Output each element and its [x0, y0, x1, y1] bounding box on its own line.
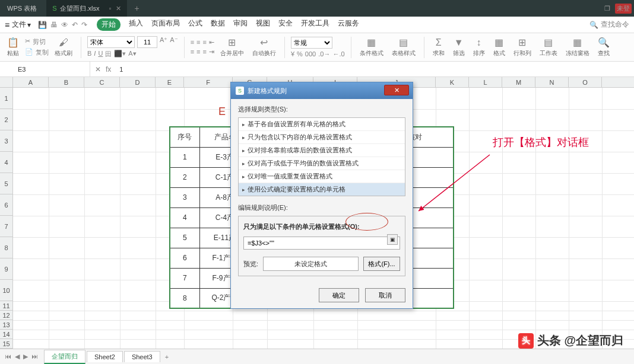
row-header[interactable]: 12: [0, 311, 13, 320]
percent-icon[interactable]: %: [297, 50, 303, 58]
sheet-nav-first-icon[interactable]: ⏮: [5, 353, 11, 360]
numfmt-select[interactable]: 常规: [291, 37, 332, 49]
undo-icon[interactable]: ↶: [72, 21, 78, 29]
fill-icon[interactable]: ⬛▾: [114, 50, 126, 59]
range-picker-button[interactable]: ▣: [387, 234, 398, 245]
cell[interactable]: 2: [170, 167, 199, 187]
row-header[interactable]: 5: [0, 173, 13, 194]
sort-group[interactable]: ↕排序: [471, 37, 487, 58]
row-header[interactable]: 8: [0, 237, 13, 258]
tab-close-icon[interactable]: ✕: [116, 5, 121, 12]
align-mid-icon[interactable]: ≡: [196, 39, 200, 46]
col-header[interactable]: L: [469, 77, 502, 87]
col-header[interactable]: E: [156, 77, 184, 87]
align-bot-icon[interactable]: ≡: [203, 39, 207, 46]
hamburger-icon[interactable]: ≡: [5, 20, 9, 30]
cell[interactable]: 5: [170, 228, 199, 248]
row-header[interactable]: 3: [0, 130, 13, 152]
outdent-icon[interactable]: ⇥: [209, 48, 214, 56]
font-dec-icon[interactable]: A⁻: [170, 36, 177, 48]
font-inc-icon[interactable]: A⁺: [160, 36, 167, 48]
condfmt-group[interactable]: ▦条件格式: [357, 37, 386, 58]
format-button[interactable]: 格式(F)...: [363, 257, 400, 271]
sheet-nav-last-icon[interactable]: ⏭: [31, 353, 38, 360]
tblstyle-group[interactable]: ▤表格样式: [389, 37, 418, 58]
tab-home[interactable]: 开始: [97, 18, 121, 31]
row-header[interactable]: 4: [0, 152, 13, 173]
col-header[interactable]: F: [184, 77, 233, 87]
row-header[interactable]: 10: [0, 280, 13, 301]
tab-insert[interactable]: 插入: [129, 18, 143, 31]
dec-inc-icon[interactable]: .0→: [318, 50, 330, 58]
preview-icon[interactable]: 👁: [61, 21, 68, 29]
row-header[interactable]: 1: [0, 88, 13, 109]
row-header[interactable]: 11: [0, 301, 13, 311]
formula-input-field[interactable]: [243, 237, 400, 250]
col-header[interactable]: N: [535, 77, 569, 87]
worksheet-group[interactable]: ▤工作表: [537, 37, 560, 58]
col-header[interactable]: K: [436, 77, 469, 87]
redo-icon[interactable]: ↷: [81, 21, 87, 29]
cell[interactable]: 4: [170, 207, 199, 228]
find-group[interactable]: 🔍查找: [595, 37, 612, 58]
dec-dec-icon[interactable]: ←.0: [332, 50, 344, 58]
wrap-group[interactable]: ↩自动换行: [250, 37, 278, 58]
merge-group[interactable]: ⊞合并居中: [218, 37, 246, 58]
add-sheet-button[interactable]: +: [165, 353, 169, 360]
file-tab[interactable]: S 企望而归.xlsx ▫ ✕: [46, 0, 127, 17]
tab-review[interactable]: 审阅: [233, 18, 248, 31]
fx-cancel-icon[interactable]: ✕: [95, 65, 101, 74]
print-icon[interactable]: 🖶: [50, 21, 58, 29]
command-search[interactable]: 🔍 查找命令: [589, 20, 629, 30]
row-header[interactable]: 6: [0, 194, 13, 216]
sheet-nav-prev-icon[interactable]: ◀: [15, 353, 20, 360]
cut-icon[interactable]: ✂: [25, 37, 30, 46]
tab-cloud[interactable]: 云服务: [338, 18, 359, 31]
font-select[interactable]: 宋体: [87, 36, 135, 48]
tab-security[interactable]: 安全: [278, 18, 293, 31]
file-menu[interactable]: 文件▾: [12, 20, 31, 30]
col-header[interactable]: D: [120, 77, 156, 87]
row-header[interactable]: 9: [0, 258, 13, 280]
sheet-tab[interactable]: 企望而归: [44, 350, 85, 364]
name-box[interactable]: E3: [13, 62, 90, 76]
cell[interactable]: 8: [170, 288, 199, 308]
font-size-input[interactable]: [137, 36, 157, 48]
col-header[interactable]: A: [13, 77, 49, 87]
ok-button[interactable]: 确定: [319, 288, 359, 302]
rule-type-list[interactable]: 基于各自值设置所有单元格的格式 只为包含以下内容的单元格设置格式 仅对排名靠前或…: [238, 117, 405, 196]
row-header[interactable]: 13: [0, 320, 13, 330]
align-left-icon[interactable]: ≡: [191, 48, 194, 56]
italic-icon[interactable]: I: [94, 50, 96, 59]
copy-icon[interactable]: 📄: [25, 48, 33, 57]
new-tab-button[interactable]: +: [134, 4, 139, 13]
tab-pagelayout[interactable]: 页面布局: [151, 18, 180, 31]
format-group[interactable]: ▦格式: [491, 37, 508, 58]
login-badge[interactable]: 未登: [615, 4, 632, 14]
cell[interactable]: 1: [170, 147, 199, 167]
tab-dev[interactable]: 开发工具: [301, 18, 329, 31]
tab-formula[interactable]: 公式: [188, 18, 202, 31]
sheet-tab[interactable]: Sheet2: [87, 351, 123, 362]
currency-icon[interactable]: ¥: [291, 50, 294, 58]
paste-group[interactable]: 📋粘贴: [5, 37, 21, 58]
col-header[interactable]: M: [502, 77, 535, 87]
rule-option[interactable]: 仅对高于或低于平均值的数值设置格式: [239, 157, 405, 170]
rule-option[interactable]: 仅对排名靠前或靠后的数值设置格式: [239, 144, 405, 157]
row-header[interactable]: 2: [0, 109, 13, 130]
cancel-button[interactable]: 取消: [365, 288, 405, 302]
row-header[interactable]: 14: [0, 330, 13, 339]
indent-icon[interactable]: ⇤: [209, 39, 214, 46]
cell[interactable]: 7: [170, 268, 199, 288]
sum-group[interactable]: Σ求和: [430, 37, 447, 58]
window-icon[interactable]: ❐: [604, 5, 610, 12]
color-icon[interactable]: A▾: [128, 50, 136, 59]
cell[interactable]: 3: [170, 187, 199, 207]
tab-data[interactable]: 数据: [211, 18, 225, 31]
col-header[interactable]: O: [569, 77, 602, 87]
sheet-tab[interactable]: Sheet3: [124, 351, 160, 362]
rowcol-group[interactable]: ⊞行和列: [511, 37, 534, 58]
col-header[interactable]: C: [84, 77, 120, 87]
brush-group[interactable]: 🖌格式刷: [52, 37, 75, 58]
col-header[interactable]: B: [49, 77, 84, 87]
